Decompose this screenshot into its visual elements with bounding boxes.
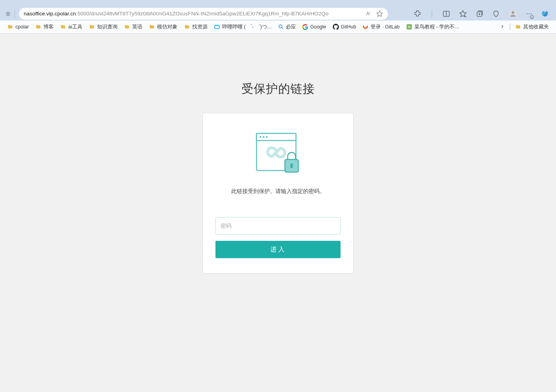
favorite-star-icon[interactable] bbox=[376, 10, 383, 17]
bookmark-label: 登录 · GitLab bbox=[371, 24, 399, 30]
url-host: nasoffice.vip.cpolar.cn bbox=[24, 11, 76, 17]
bookmark-item[interactable]: R菜鸟教程 - 学的不… bbox=[403, 22, 463, 32]
svg-rect-16 bbox=[256, 133, 296, 141]
bookmark-item[interactable]: ai工具 bbox=[57, 22, 86, 32]
url-port: :5000 bbox=[76, 11, 90, 17]
bookmarks-bar: cpolar博客ai工具知识查询英语模仿对象找资源哔哩哔哩 ( ゜- ゜)つ…必… bbox=[0, 21, 556, 34]
more-icon[interactable]: ⋯1 bbox=[526, 10, 532, 17]
svg-rect-21 bbox=[290, 163, 293, 168]
enter-button[interactable]: 进入 bbox=[215, 241, 341, 258]
password-card: 此链接受到保护。请输入指定的密码。 进入 bbox=[202, 113, 354, 274]
password-input[interactable] bbox=[215, 217, 341, 234]
bookmark-label: 菜鸟教程 - 学的不… bbox=[414, 24, 460, 30]
protection-message: 此链接受到保护。请输入指定的密码。 bbox=[231, 188, 325, 195]
svg-line-10 bbox=[217, 24, 218, 25]
url-path: /d/s/vl24ftvMT8T7y59z0IbNXmG41ZOvusFN/k-… bbox=[89, 11, 328, 17]
bookmark-item[interactable]: 找资源 bbox=[181, 22, 211, 32]
bookmark-item[interactable]: 登录 · GitLab bbox=[359, 22, 402, 32]
svg-line-9 bbox=[215, 24, 216, 25]
svg-point-18 bbox=[262, 136, 264, 138]
bookmark-label: 英语 bbox=[132, 24, 142, 30]
profile-icon[interactable] bbox=[509, 9, 517, 18]
browser-essentials-icon[interactable] bbox=[492, 10, 500, 18]
divider bbox=[432, 10, 432, 17]
bookmark-item[interactable]: GitHub bbox=[329, 22, 359, 32]
bookmark-label: 必应 bbox=[286, 24, 296, 30]
bookmark-item[interactable]: 知识查询 bbox=[86, 22, 121, 32]
address-bar: 全 nasoffice.vip.cpolar.cn:5000/d/s/vl24f… bbox=[0, 7, 556, 21]
url-text: nasoffice.vip.cpolar.cn:5000/d/s/vl24ftv… bbox=[24, 11, 329, 17]
other-bookmarks-folder[interactable]: 其他收藏夹 bbox=[512, 22, 552, 32]
bookmark-label: Google bbox=[310, 24, 326, 30]
copilot-icon[interactable] bbox=[541, 10, 549, 18]
other-bookmarks-label: 其他收藏夹 bbox=[523, 24, 549, 30]
bookmark-label: GitHub bbox=[341, 24, 356, 30]
svg-line-12 bbox=[282, 28, 283, 29]
svg-point-6 bbox=[512, 11, 515, 14]
bookmark-label: ai工具 bbox=[68, 24, 82, 30]
svg-point-19 bbox=[266, 136, 267, 138]
bookmark-label: 知识查询 bbox=[97, 24, 118, 30]
bookmark-label: 博客 bbox=[43, 24, 54, 30]
svg-point-11 bbox=[279, 25, 282, 28]
split-screen-icon[interactable] bbox=[442, 10, 450, 18]
bookmark-item[interactable]: 英语 bbox=[121, 22, 146, 32]
bookmarks-overflow-chevron-icon[interactable] bbox=[496, 24, 508, 30]
page-content: 受保护的链接 此链接受到保护。请输入指定的密码。 进入 bbox=[0, 34, 556, 392]
bookmark-item[interactable]: 哔哩哔哩 ( ゜- ゜)つ… bbox=[211, 22, 275, 32]
svg-rect-8 bbox=[215, 26, 219, 28]
bookmark-item[interactable]: cpolar bbox=[4, 23, 32, 31]
collections-icon[interactable] bbox=[476, 10, 483, 18]
protected-link-illustration-icon bbox=[254, 131, 302, 177]
favorites-icon[interactable] bbox=[459, 10, 467, 18]
bookmark-label: cpolar bbox=[15, 24, 29, 30]
page-title: 受保护的链接 bbox=[241, 81, 315, 97]
read-aloud-icon[interactable]: A⁾ bbox=[366, 11, 371, 17]
bookmark-label: 模仿对象 bbox=[157, 24, 178, 30]
svg-point-17 bbox=[259, 136, 261, 138]
bookmark-item[interactable]: 博客 bbox=[32, 22, 57, 32]
bookmark-label: 哔哩哔哩 ( ゜- ゜)つ… bbox=[222, 24, 272, 30]
divider bbox=[510, 23, 510, 30]
divider bbox=[15, 10, 15, 17]
site-security-label[interactable]: 全 bbox=[3, 10, 13, 17]
svg-text:R: R bbox=[408, 25, 410, 29]
url-input[interactable]: nasoffice.vip.cpolar.cn:5000/d/s/vl24ftv… bbox=[19, 8, 388, 20]
bookmark-label: 找资源 bbox=[192, 24, 208, 30]
bookmark-item[interactable]: 必应 bbox=[275, 22, 299, 32]
bookmark-item[interactable]: 模仿对象 bbox=[146, 22, 181, 32]
extensions-icon[interactable] bbox=[414, 10, 421, 18]
bookmark-item[interactable]: Google bbox=[299, 23, 329, 32]
